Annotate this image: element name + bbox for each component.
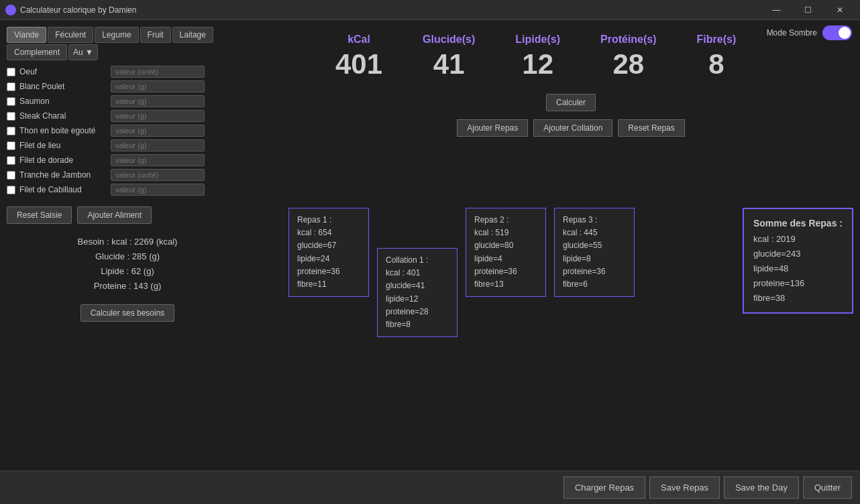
quitter-button[interactable]: Quitter <box>803 477 852 499</box>
input-jambon[interactable] <box>111 169 205 181</box>
repas-2-glucide: glucide=80 <box>474 239 537 252</box>
ajouter-repas-button[interactable]: Ajouter Repas <box>457 119 528 137</box>
titlebar: Calculateur calorique by Damien — ☐ ✕ <box>0 0 860 20</box>
mode-sombre-toggle[interactable] <box>822 25 852 40</box>
food-item-saumon: Saumon <box>7 95 248 107</box>
charger-repas-button[interactable]: Charger Repas <box>563 477 645 499</box>
repas-3-kcal: kcal : 445 <box>563 227 626 239</box>
tab-feculent[interactable]: Féculent <box>48 27 93 43</box>
food-label-thon: Thon en boite egouté <box>19 126 107 135</box>
input-filet-dorade[interactable] <box>111 154 205 166</box>
food-item-filet-dorade: Filet de dorade <box>7 154 248 166</box>
food-label-oeuf: Oeuf <box>19 67 107 76</box>
checkbox-filet-dorade[interactable] <box>7 156 15 165</box>
input-filet-lieu[interactable] <box>111 139 205 151</box>
repas-3-proteine: proteine=36 <box>563 265 626 278</box>
input-thon[interactable] <box>111 125 205 137</box>
left-panel: Viande Féculent Legume Fruit Laitage Com… <box>7 27 248 322</box>
collation-1-proteine: proteine=28 <box>386 306 449 318</box>
food-item-oeuf: Oeuf <box>7 66 248 78</box>
needs-proteine: Proteine : 143 (g) <box>7 279 248 294</box>
proteine-value: 28 <box>600 48 657 80</box>
fibre-value: 8 <box>697 48 737 80</box>
save-day-button[interactable]: Save the Day <box>724 477 799 499</box>
needs-kcal: Besoin : kcal : 2269 (kcal) <box>7 235 248 249</box>
tab-complement[interactable]: Complement <box>7 44 67 60</box>
repas-2-title: Repas 2 : <box>474 214 537 227</box>
checkbox-filet-lieu[interactable] <box>7 141 15 150</box>
close-button[interactable]: ✕ <box>824 0 855 20</box>
bottom-bar: Charger Repas Save Repas Save the Day Qu… <box>0 470 860 504</box>
repas-1-lipide: lipide=24 <box>297 253 360 265</box>
stat-glucide: Glucide(s) 41 <box>423 34 475 80</box>
checkbox-oeuf[interactable] <box>7 68 15 76</box>
needs-section: Besoin : kcal : 2269 (kcal) Glucide : 28… <box>7 235 248 294</box>
food-item-steak-charal: Steak Charal <box>7 110 248 122</box>
repas-2-fibre: fibre=13 <box>474 278 537 291</box>
input-blanc-poulet[interactable] <box>111 80 205 92</box>
kcal-value: 401 <box>335 48 382 80</box>
collation-1-card: Collation 1 : kcal : 401 glucide=41 lipi… <box>377 248 458 337</box>
checkbox-saumon[interactable] <box>7 97 15 106</box>
food-label-filet-dorade: Filet de dorade <box>19 155 107 165</box>
stat-proteine: Protéine(s) 28 <box>600 34 657 80</box>
minimize-button[interactable]: — <box>761 0 792 20</box>
needs-glucide: Glucide : 285 (g) <box>7 249 248 264</box>
food-label-steak-charal: Steak Charal <box>19 111 107 121</box>
somme-lipide: lipide=48 <box>753 261 843 276</box>
food-item-jambon: Tranche de Jambon <box>7 169 248 181</box>
reset-saisie-button[interactable]: Reset Saisie <box>7 206 72 224</box>
maximize-button[interactable]: ☐ <box>793 0 823 20</box>
collation-1-kcal: kcal : 401 <box>386 267 449 279</box>
food-item-blanc-poulet: Blanc Poulet <box>7 80 248 92</box>
calculer-besoins-button[interactable]: Calculer ses besoins <box>80 304 175 322</box>
tab-laitage[interactable]: Laitage <box>172 27 213 43</box>
input-oeuf[interactable] <box>111 66 205 78</box>
glucide-value: 41 <box>423 48 475 80</box>
somme-kcal: kcal : 2019 <box>753 232 843 247</box>
glucide-label: Glucide(s) <box>423 34 475 46</box>
mode-sombre-label: Mode Sombre <box>767 28 817 38</box>
stat-fibre: Fibre(s) 8 <box>697 34 737 80</box>
kcal-label: kCal <box>335 34 382 46</box>
repas-1-card: Repas 1 : kcal : 654 glucide=67 lipide=2… <box>288 208 369 297</box>
tab-more[interactable]: Au ▼ <box>68 44 98 60</box>
category-tabs: Viande Féculent Legume Fruit Laitage Com… <box>7 27 248 60</box>
mode-sombre-container: Mode Sombre <box>767 25 852 40</box>
calculer-button[interactable]: Calculer <box>546 94 596 111</box>
somme-title: Somme des Repas : <box>753 216 843 232</box>
repas-2-lipide: lipide=4 <box>474 253 537 265</box>
somme-card: Somme des Repas : kcal : 2019 glucide=24… <box>743 208 853 314</box>
save-repas-button[interactable]: Save Repas <box>649 477 720 499</box>
repas-2-proteine: proteine=36 <box>474 265 537 278</box>
ajouter-aliment-button[interactable]: Ajouter Aliment <box>77 206 152 224</box>
lipide-value: 12 <box>515 48 560 80</box>
collation-1-title: Collation 1 : <box>386 254 449 267</box>
food-label-blanc-poulet: Blanc Poulet <box>19 82 107 91</box>
repas-1-kcal: kcal : 654 <box>297 227 360 239</box>
repas-2-kcal: kcal : 519 <box>474 227 537 239</box>
collation-1-fibre: fibre=8 <box>386 318 449 331</box>
stat-kcal: kCal 401 <box>335 34 382 80</box>
input-saumon[interactable] <box>111 95 205 107</box>
repas-3-glucide: glucide=55 <box>563 239 626 252</box>
reset-repas-button[interactable]: Reset Repas <box>618 119 684 137</box>
checkbox-jambon[interactable] <box>7 171 15 180</box>
app-title: Calculateur calorique by Damien <box>20 5 761 15</box>
repas-3-title: Repas 3 : <box>563 214 626 227</box>
input-steak-charal[interactable] <box>111 110 205 122</box>
input-cabillaud[interactable] <box>111 184 205 196</box>
somme-glucide: glucide=243 <box>753 247 843 261</box>
action-buttons: Reset Saisie Ajouter Aliment <box>7 206 248 224</box>
tab-viande[interactable]: Viande <box>7 27 46 43</box>
repas-1-fibre: fibre=11 <box>297 278 360 291</box>
checkbox-thon[interactable] <box>7 127 15 135</box>
tab-legume[interactable]: Legume <box>95 27 138 43</box>
repas-1-glucide: glucide=67 <box>297 239 360 252</box>
tab-fruit[interactable]: Fruit <box>140 27 171 43</box>
checkbox-blanc-poulet[interactable] <box>7 82 15 91</box>
food-item-thon: Thon en boite egouté <box>7 125 248 137</box>
checkbox-cabillaud[interactable] <box>7 186 15 194</box>
ajouter-collation-button[interactable]: Ajouter Collation <box>533 119 612 137</box>
checkbox-steak-charal[interactable] <box>7 112 15 121</box>
